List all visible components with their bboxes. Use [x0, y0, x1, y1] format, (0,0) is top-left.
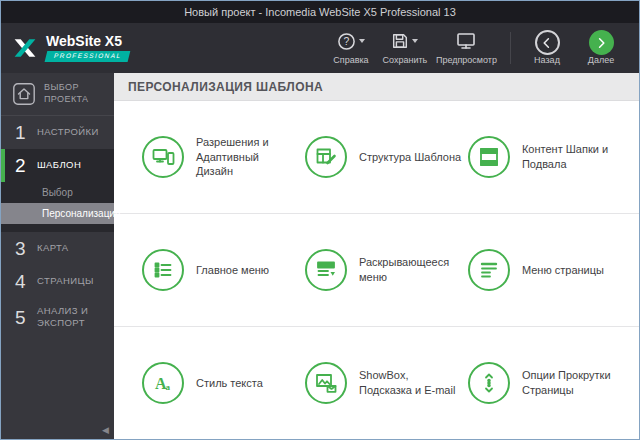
- help-label: Справка: [333, 55, 368, 65]
- preview-label: Предпросмотр: [436, 55, 497, 65]
- step-number: 3: [15, 239, 28, 258]
- project-selection-label: ВЫБОР ПРОЕКТА: [44, 82, 102, 105]
- sidebar-item-project-selection[interactable]: ВЫБОР ПРОЕКТА: [1, 73, 114, 116]
- next-button[interactable]: Далее: [575, 26, 627, 70]
- step-label: ШАБЛОН: [37, 159, 99, 171]
- toolbar-separator: [510, 32, 511, 64]
- arrow-left-icon: [540, 36, 554, 50]
- sidebar-step-analysis-export[interactable]: 5 АНАЛИЗ И ЭКСПОРТ: [1, 298, 114, 337]
- options-row: Главное меню Раскрывающееся меню: [114, 213, 639, 326]
- step-number: 1: [15, 123, 28, 142]
- step-number: 4: [15, 272, 28, 291]
- header-footer-icon: [468, 136, 510, 178]
- professional-badge: PROFESSIONAL: [45, 51, 131, 62]
- preview-monitor-icon: [456, 31, 476, 51]
- options-row: Разрешения и Адаптивный Дизайн Структура…: [114, 101, 639, 213]
- svg-text:a: a: [166, 382, 171, 392]
- preview-button[interactable]: Предпросмотр: [433, 26, 500, 70]
- page-scroll-icon: [468, 362, 510, 404]
- option-header-footer-content[interactable]: Контент Шапки и Подвала: [468, 136, 631, 178]
- content-header: ПЕРСОНАЛИЗАЦИЯ ШАБЛОНА: [114, 73, 639, 101]
- home-icon: [12, 82, 36, 106]
- responsive-design-icon: [142, 136, 184, 178]
- step-label: СТРАНИЦЫ: [37, 275, 99, 287]
- options-grid: Разрешения и Адаптивный Дизайн Структура…: [114, 101, 639, 439]
- dropdown-menu-icon: [305, 249, 347, 291]
- showbox-email-icon: [305, 362, 347, 404]
- sidebar-collapse-button[interactable]: ◀: [102, 426, 109, 435]
- app-window: Новый проект - Incomedia WebSite X5 Prof…: [0, 0, 640, 440]
- step-label: КАРТА: [37, 242, 99, 254]
- option-showbox-tooltip-email[interactable]: ShowBox, Подсказка и E-mail: [305, 362, 468, 404]
- main-menu-icon: [142, 249, 184, 291]
- top-toolbar: WebSite X5 PROFESSIONAL ? Справка: [1, 23, 639, 73]
- next-label: Далее: [588, 55, 614, 65]
- brand-name: WebSite X5: [46, 34, 122, 48]
- save-icon: [391, 32, 409, 50]
- substep-template-selection[interactable]: Выбор: [1, 182, 114, 203]
- sidebar-step-map[interactable]: 3 КАРТА: [1, 232, 114, 265]
- step-label: НАСТРОЙКИ: [37, 126, 99, 138]
- chevron-down-icon[interactable]: [412, 39, 418, 43]
- save-label: Сохранить: [383, 55, 428, 65]
- chevron-down-icon[interactable]: [359, 39, 365, 43]
- arrow-right-icon: [594, 36, 608, 50]
- sidebar-step-settings[interactable]: 1 НАСТРОЙКИ: [1, 116, 114, 149]
- option-page-menu[interactable]: Меню страницы: [468, 249, 631, 291]
- sidebar-step-pages[interactable]: 4 СТРАНИЦЫ: [1, 265, 114, 298]
- toolbar-actions: ? Справка Сохранить: [325, 26, 627, 70]
- brand: WebSite X5 PROFESSIONAL: [11, 34, 129, 62]
- option-main-menu[interactable]: Главное меню: [142, 249, 305, 291]
- template-structure-icon: [305, 136, 347, 178]
- substep-template-personalization[interactable]: Персонализация: [1, 203, 114, 224]
- option-responsive-design[interactable]: Разрешения и Адаптивный Дизайн: [142, 135, 305, 180]
- back-button[interactable]: Назад: [521, 26, 573, 70]
- svg-text:?: ?: [344, 36, 350, 47]
- main-content: ПЕРСОНАЛИЗАЦИЯ ШАБЛОНА Разре: [114, 73, 639, 439]
- help-button[interactable]: ? Справка: [325, 26, 377, 70]
- window-title: Новый проект - Incomedia WebSite X5 Prof…: [184, 6, 456, 18]
- page-menu-icon: [468, 249, 510, 291]
- sidebar-step-template[interactable]: 2 ШАБЛОН: [1, 149, 114, 182]
- step-number: 5: [15, 308, 28, 327]
- option-template-structure[interactable]: Структура Шаблона: [305, 136, 468, 178]
- back-label: Назад: [534, 55, 560, 65]
- sidebar: ВЫБОР ПРОЕКТА 1 НАСТРОЙКИ 2 ШАБЛОН Выбор…: [1, 73, 114, 439]
- option-dropdown-menu[interactable]: Раскрывающееся меню: [305, 249, 468, 291]
- title-bar: Новый проект - Incomedia WebSite X5 Prof…: [1, 1, 639, 23]
- page-title: ПЕРСОНАЛИЗАЦИЯ ШАБЛОНА: [128, 80, 323, 94]
- step-label: АНАЛИЗ И ЭКСПОРТ: [37, 305, 99, 330]
- step-number: 2: [15, 156, 28, 175]
- template-substeps: Выбор Персонализация: [1, 182, 114, 232]
- options-row: A a Стиль текста: [114, 326, 639, 439]
- text-style-icon: A a: [142, 362, 184, 404]
- save-button[interactable]: Сохранить: [379, 26, 431, 70]
- websitex5-logo-icon: [11, 35, 39, 61]
- option-page-scroll[interactable]: Опции Прокрутки Страницы: [468, 362, 631, 404]
- option-text-style[interactable]: A a Стиль текста: [142, 362, 305, 404]
- help-icon: ?: [337, 32, 356, 51]
